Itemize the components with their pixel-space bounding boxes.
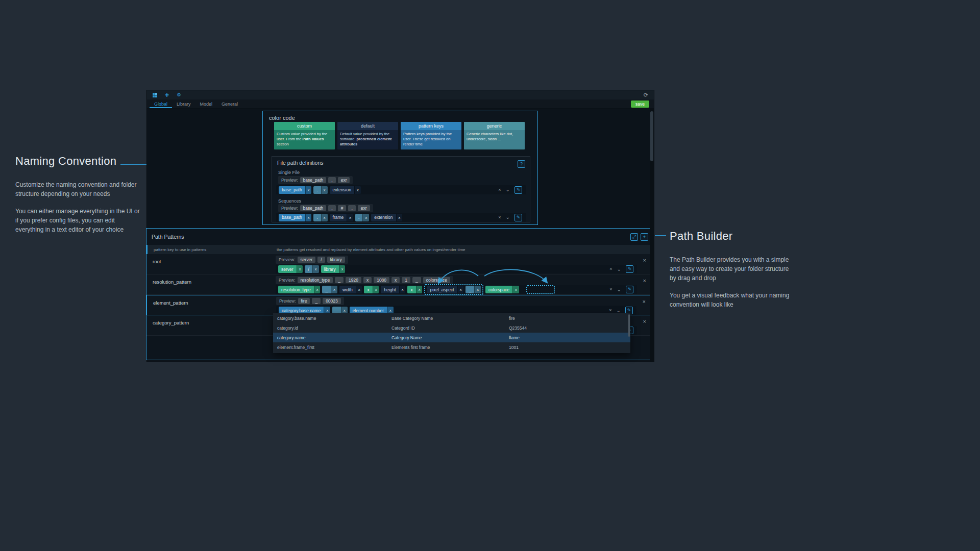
add-pattern-button[interactable]: + [641, 233, 648, 241]
token-underscore[interactable]: _x [465, 286, 480, 293]
text-segment: Pattern keys provided by the user. These… [403, 132, 452, 146]
preview-chip: _ [312, 298, 321, 305]
chevron-down-icon[interactable]: ⌄ [617, 267, 621, 272]
clear-field-icon[interactable]: × [498, 188, 501, 192]
tab-model[interactable]: Model [195, 99, 217, 108]
token-remove-icon[interactable]: x [354, 186, 361, 194]
token-base_path[interactable]: base_pathx [279, 214, 311, 221]
token-pixel_aspect[interactable]: pixel_aspectx [427, 286, 463, 293]
token-slash[interactable]: /x [305, 265, 318, 273]
header-description: the patterns get resolved and replaced b… [277, 247, 465, 252]
token-remove-icon[interactable]: x [297, 265, 303, 273]
token-dot[interactable]: .x [313, 186, 327, 194]
dropdown-item-selected[interactable]: category.name Category Name flame [273, 333, 630, 342]
row-token-field[interactable]: resolution_typex _x widthx xx heightx xx… [276, 285, 637, 294]
preview-chip: colorspace [423, 277, 450, 284]
single-file-token-field[interactable]: base_pathx .x extensionx × ⌄ ✎ [276, 185, 526, 194]
token-x[interactable]: xx [364, 286, 379, 293]
token-resolution_type[interactable]: resolution_typex [278, 286, 320, 293]
token-colorspace[interactable]: colorspacex [485, 286, 519, 293]
clear-field-icon[interactable]: × [609, 267, 612, 271]
field-controls: × ⌄ ✎ [609, 286, 634, 293]
refresh-icon[interactable]: ⟳ [644, 92, 648, 98]
token-extension[interactable]: extensionx [371, 214, 402, 221]
edit-button[interactable]: ✎ [514, 186, 522, 194]
dropdown-item[interactable]: element.frame_first Elements first frame… [273, 342, 630, 352]
token-underscore[interactable]: _x [322, 286, 337, 293]
edit-button[interactable]: ✎ [626, 265, 633, 273]
edit-button[interactable]: ✎ [514, 214, 522, 221]
preview-chip: . [348, 205, 355, 212]
dropdown-item-value: fire [509, 316, 626, 321]
token-remove-icon[interactable]: x [321, 186, 328, 194]
token-remove-icon[interactable]: x [416, 286, 423, 293]
clear-field-icon[interactable]: × [609, 308, 611, 313]
token-remove-icon[interactable]: x [512, 286, 519, 293]
edit-button[interactable]: ✎ [626, 286, 633, 293]
dropdown-item[interactable]: category.base.name Base Category Name fi… [273, 313, 630, 323]
token-width[interactable]: widthx [339, 286, 362, 293]
tab-library[interactable]: Library [172, 99, 195, 108]
save-button[interactable]: save [631, 101, 649, 108]
delete-row-icon[interactable]: × [643, 299, 646, 305]
preview-chip: 1920 [346, 277, 361, 284]
token-remove-icon[interactable]: x [373, 286, 379, 293]
token-extension[interactable]: extensionx [330, 186, 361, 194]
token-remove-icon[interactable]: x [305, 214, 312, 221]
clear-field-icon[interactable]: × [498, 215, 501, 220]
token-remove-icon[interactable]: x [474, 286, 481, 293]
token-remove-icon[interactable]: x [362, 214, 369, 221]
add-icon[interactable]: + [165, 91, 169, 98]
settings-gear-icon[interactable]: ⚙ [177, 92, 181, 97]
tab-global[interactable]: Global [150, 99, 172, 108]
chevron-down-icon[interactable]: ⌄ [617, 308, 621, 313]
help-button[interactable]: ? [518, 160, 525, 168]
window-scrollbar[interactable] [650, 109, 654, 362]
token-remove-icon[interactable]: x [399, 286, 406, 293]
drop-target-outline[interactable] [526, 285, 555, 294]
scrollbar-thumb[interactable] [650, 111, 653, 161]
expand-button[interactable]: ⤢ [630, 233, 638, 241]
token-base_path[interactable]: base_pathx [279, 186, 311, 194]
delete-row-icon[interactable]: × [643, 319, 646, 324]
preview-chip: exr [358, 205, 370, 212]
token-remove-icon[interactable]: x [457, 286, 464, 293]
preview-label: Preview: [279, 257, 296, 262]
token-library[interactable]: libraryx [321, 265, 346, 273]
delete-row-icon[interactable]: × [643, 278, 646, 284]
token-remove-icon[interactable]: x [396, 214, 403, 221]
pattern-key-label: root [153, 259, 161, 264]
token-remove-icon[interactable]: x [314, 286, 321, 293]
token-remove-icon[interactable]: x [331, 286, 337, 293]
token-remove-icon[interactable]: x [305, 186, 312, 194]
dropdown-item[interactable]: category.id Categord ID Q235544 [273, 323, 630, 333]
token-remove-icon[interactable]: x [347, 214, 353, 221]
tab-general[interactable]: General [217, 99, 242, 108]
legend-card-pattern-keys: pattern keys Pattern keys provided by th… [401, 122, 461, 149]
preview-label: Preview: [281, 178, 298, 183]
legend-card-default: default Default value provided by the so… [337, 122, 398, 149]
chevron-down-icon[interactable]: ⌄ [506, 215, 510, 220]
token-dot[interactable]: .x [313, 214, 327, 221]
token-x[interactable]: xx [407, 286, 422, 293]
chevron-down-icon[interactable]: ⌄ [617, 287, 621, 292]
pattern-key-label: resolution_pattern [153, 279, 191, 285]
row-token-field[interactable]: serverx /x libraryx × ⌄ ✎ [276, 265, 637, 273]
token-server[interactable]: serverx [278, 265, 303, 273]
pattern-row-element-pattern: element_pattern Preview: fire _ 00023 ca… [146, 295, 653, 315]
chevron-down-icon[interactable]: ⌄ [506, 187, 510, 192]
dropdown-scrollbar[interactable] [628, 314, 630, 337]
token-frame[interactable]: framex [330, 214, 353, 221]
text-segment-bold: Path Values [302, 137, 324, 141]
token-height[interactable]: heightx [381, 286, 405, 293]
token-remove-icon[interactable]: x [356, 286, 362, 293]
token-dot[interactable]: .x [355, 214, 369, 221]
token-remove-icon[interactable]: x [339, 265, 346, 273]
apps-grid-icon[interactable] [153, 93, 157, 97]
token-remove-icon[interactable]: x [312, 265, 319, 273]
token-remove-icon[interactable]: x [321, 214, 328, 221]
dropdown-item-description: Category Name [391, 335, 509, 340]
delete-row-icon[interactable]: × [643, 258, 646, 263]
sequences-token-field[interactable]: base_pathx .x framex .x extensionx × ⌄ ✎ [276, 213, 526, 222]
clear-field-icon[interactable]: × [609, 287, 612, 292]
